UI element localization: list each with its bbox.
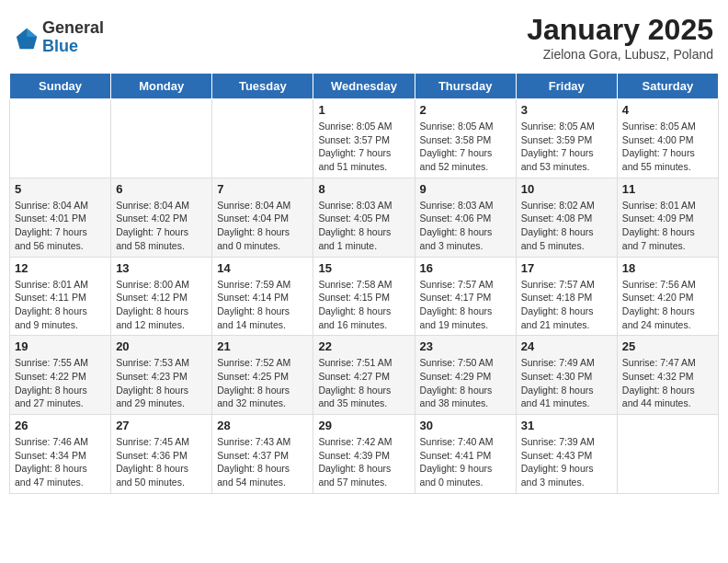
empty-cell bbox=[617, 415, 718, 494]
day-info-2: Sunrise: 8:05 AM Sunset: 3:58 PM Dayligh… bbox=[420, 120, 511, 174]
day-number-27: 27 bbox=[116, 419, 207, 432]
calendar-day-5: 5Sunrise: 8:04 AM Sunset: 4:01 PM Daylig… bbox=[10, 178, 111, 257]
calendar-week-2: 5Sunrise: 8:04 AM Sunset: 4:01 PM Daylig… bbox=[10, 178, 719, 257]
day-number-2: 2 bbox=[420, 103, 511, 117]
day-number-7: 7 bbox=[217, 182, 308, 196]
day-info-15: Sunrise: 7:58 AM Sunset: 4:15 PM Dayligh… bbox=[318, 278, 409, 332]
day-info-10: Sunrise: 8:02 AM Sunset: 4:08 PM Dayligh… bbox=[521, 199, 612, 253]
empty-cell bbox=[111, 99, 212, 178]
day-number-26: 26 bbox=[15, 419, 106, 432]
day-info-23: Sunrise: 7:50 AM Sunset: 4:29 PM Dayligh… bbox=[420, 356, 511, 410]
calendar-day-9: 9Sunrise: 8:03 AM Sunset: 4:06 PM Daylig… bbox=[415, 178, 516, 257]
day-number-12: 12 bbox=[15, 261, 106, 275]
day-info-21: Sunrise: 7:52 AM Sunset: 4:25 PM Dayligh… bbox=[217, 356, 308, 410]
svg-marker-0 bbox=[17, 28, 37, 48]
month-title: January 2025 bbox=[527, 13, 713, 47]
weekday-header-tuesday: Tuesday bbox=[212, 74, 313, 99]
logo: General Blue bbox=[15, 19, 104, 56]
calendar-day-2: 2Sunrise: 8:05 AM Sunset: 3:58 PM Daylig… bbox=[415, 99, 516, 178]
day-number-20: 20 bbox=[116, 339, 207, 353]
svg-marker-1 bbox=[27, 28, 37, 36]
day-number-21: 21 bbox=[217, 339, 308, 353]
calendar-header: SundayMondayTuesdayWednesdayThursdayFrid… bbox=[10, 74, 719, 99]
day-info-6: Sunrise: 8:04 AM Sunset: 4:02 PM Dayligh… bbox=[116, 199, 207, 253]
day-info-13: Sunrise: 8:00 AM Sunset: 4:12 PM Dayligh… bbox=[116, 278, 207, 332]
day-info-30: Sunrise: 7:40 AM Sunset: 4:41 PM Dayligh… bbox=[420, 435, 511, 489]
day-number-1: 1 bbox=[318, 103, 409, 117]
day-number-9: 9 bbox=[420, 182, 511, 196]
weekday-header-wednesday: Wednesday bbox=[313, 74, 415, 99]
day-number-8: 8 bbox=[318, 182, 409, 196]
calendar-day-10: 10Sunrise: 8:02 AM Sunset: 4:08 PM Dayli… bbox=[516, 178, 617, 257]
calendar-day-21: 21Sunrise: 7:52 AM Sunset: 4:25 PM Dayli… bbox=[212, 336, 313, 415]
day-info-7: Sunrise: 8:04 AM Sunset: 4:04 PM Dayligh… bbox=[217, 199, 308, 253]
day-number-15: 15 bbox=[318, 261, 409, 275]
day-number-14: 14 bbox=[217, 261, 308, 275]
day-info-18: Sunrise: 7:56 AM Sunset: 4:20 PM Dayligh… bbox=[622, 278, 713, 332]
calendar-day-28: 28Sunrise: 7:43 AM Sunset: 4:37 PM Dayli… bbox=[212, 415, 313, 494]
day-number-6: 6 bbox=[116, 182, 207, 196]
logo-icon bbox=[15, 25, 40, 51]
calendar-day-3: 3Sunrise: 8:05 AM Sunset: 3:59 PM Daylig… bbox=[516, 99, 617, 178]
calendar-table: SundayMondayTuesdayWednesdayThursdayFrid… bbox=[9, 73, 719, 494]
day-info-27: Sunrise: 7:45 AM Sunset: 4:36 PM Dayligh… bbox=[116, 435, 207, 489]
day-number-5: 5 bbox=[15, 182, 106, 196]
calendar-day-11: 11Sunrise: 8:01 AM Sunset: 4:09 PM Dayli… bbox=[617, 178, 718, 257]
calendar-day-20: 20Sunrise: 7:53 AM Sunset: 4:23 PM Dayli… bbox=[111, 336, 212, 415]
day-info-24: Sunrise: 7:49 AM Sunset: 4:30 PM Dayligh… bbox=[521, 356, 612, 410]
calendar-day-6: 6Sunrise: 8:04 AM Sunset: 4:02 PM Daylig… bbox=[111, 178, 212, 257]
calendar-day-30: 30Sunrise: 7:40 AM Sunset: 4:41 PM Dayli… bbox=[415, 415, 516, 494]
day-info-5: Sunrise: 8:04 AM Sunset: 4:01 PM Dayligh… bbox=[15, 199, 106, 253]
calendar-day-13: 13Sunrise: 8:00 AM Sunset: 4:12 PM Dayli… bbox=[111, 257, 212, 336]
day-info-22: Sunrise: 7:51 AM Sunset: 4:27 PM Dayligh… bbox=[318, 356, 409, 410]
logo-general: General bbox=[42, 19, 104, 38]
weekday-header-friday: Friday bbox=[516, 74, 617, 99]
calendar-day-15: 15Sunrise: 7:58 AM Sunset: 4:15 PM Dayli… bbox=[313, 257, 415, 336]
logo-text: General Blue bbox=[42, 19, 104, 56]
day-number-10: 10 bbox=[521, 182, 612, 196]
calendar-day-17: 17Sunrise: 7:57 AM Sunset: 4:18 PM Dayli… bbox=[516, 257, 617, 336]
calendar-day-26: 26Sunrise: 7:46 AM Sunset: 4:34 PM Dayli… bbox=[10, 415, 111, 494]
day-info-9: Sunrise: 8:03 AM Sunset: 4:06 PM Dayligh… bbox=[420, 199, 511, 253]
day-number-16: 16 bbox=[420, 261, 511, 275]
day-info-14: Sunrise: 7:59 AM Sunset: 4:14 PM Dayligh… bbox=[217, 278, 308, 332]
day-number-24: 24 bbox=[521, 339, 612, 353]
weekday-header-saturday: Saturday bbox=[617, 74, 718, 99]
calendar-day-27: 27Sunrise: 7:45 AM Sunset: 4:36 PM Dayli… bbox=[111, 415, 212, 494]
calendar-day-18: 18Sunrise: 7:56 AM Sunset: 4:20 PM Dayli… bbox=[617, 257, 718, 336]
calendar-week-3: 12Sunrise: 8:01 AM Sunset: 4:11 PM Dayli… bbox=[10, 257, 719, 336]
day-number-4: 4 bbox=[622, 103, 713, 117]
day-info-11: Sunrise: 8:01 AM Sunset: 4:09 PM Dayligh… bbox=[622, 199, 713, 253]
calendar-body: 1Sunrise: 8:05 AM Sunset: 3:57 PM Daylig… bbox=[10, 99, 719, 494]
day-info-17: Sunrise: 7:57 AM Sunset: 4:18 PM Dayligh… bbox=[521, 278, 612, 332]
day-info-16: Sunrise: 7:57 AM Sunset: 4:17 PM Dayligh… bbox=[420, 278, 511, 332]
day-number-17: 17 bbox=[521, 261, 612, 275]
weekday-header-sunday: Sunday bbox=[10, 74, 111, 99]
weekday-header-row: SundayMondayTuesdayWednesdayThursdayFrid… bbox=[10, 74, 719, 99]
day-number-22: 22 bbox=[318, 339, 409, 353]
calendar-week-5: 26Sunrise: 7:46 AM Sunset: 4:34 PM Dayli… bbox=[10, 415, 719, 494]
day-number-30: 30 bbox=[420, 419, 511, 432]
day-number-18: 18 bbox=[622, 261, 713, 275]
calendar-day-4: 4Sunrise: 8:05 AM Sunset: 4:00 PM Daylig… bbox=[617, 99, 718, 178]
day-number-25: 25 bbox=[622, 339, 713, 353]
day-info-8: Sunrise: 8:03 AM Sunset: 4:05 PM Dayligh… bbox=[318, 199, 409, 253]
calendar-week-1: 1Sunrise: 8:05 AM Sunset: 3:57 PM Daylig… bbox=[10, 99, 719, 178]
day-number-19: 19 bbox=[15, 339, 106, 353]
day-info-31: Sunrise: 7:39 AM Sunset: 4:43 PM Dayligh… bbox=[521, 435, 612, 489]
day-info-25: Sunrise: 7:47 AM Sunset: 4:32 PM Dayligh… bbox=[622, 356, 713, 410]
calendar-day-31: 31Sunrise: 7:39 AM Sunset: 4:43 PM Dayli… bbox=[516, 415, 617, 494]
calendar-day-12: 12Sunrise: 8:01 AM Sunset: 4:11 PM Dayli… bbox=[10, 257, 111, 336]
empty-cell bbox=[10, 99, 111, 178]
calendar-day-1: 1Sunrise: 8:05 AM Sunset: 3:57 PM Daylig… bbox=[313, 99, 415, 178]
calendar-day-14: 14Sunrise: 7:59 AM Sunset: 4:14 PM Dayli… bbox=[212, 257, 313, 336]
calendar-day-24: 24Sunrise: 7:49 AM Sunset: 4:30 PM Dayli… bbox=[516, 336, 617, 415]
empty-cell bbox=[212, 99, 313, 178]
page-header: General Blue January 2025 Zielona Gora, … bbox=[9, 9, 719, 65]
day-info-29: Sunrise: 7:42 AM Sunset: 4:39 PM Dayligh… bbox=[318, 435, 409, 489]
calendar-day-29: 29Sunrise: 7:42 AM Sunset: 4:39 PM Dayli… bbox=[313, 415, 415, 494]
day-info-28: Sunrise: 7:43 AM Sunset: 4:37 PM Dayligh… bbox=[217, 435, 308, 489]
calendar-day-22: 22Sunrise: 7:51 AM Sunset: 4:27 PM Dayli… bbox=[313, 336, 415, 415]
calendar-week-4: 19Sunrise: 7:55 AM Sunset: 4:22 PM Dayli… bbox=[10, 336, 719, 415]
day-info-3: Sunrise: 8:05 AM Sunset: 3:59 PM Dayligh… bbox=[521, 120, 612, 174]
